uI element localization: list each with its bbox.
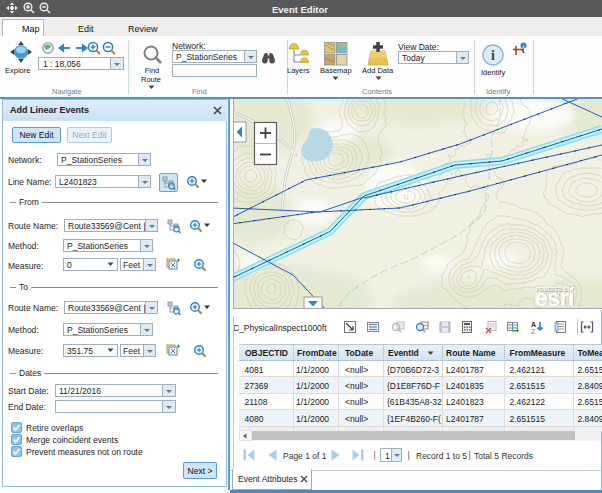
svg-text:i: i: [491, 48, 495, 63]
svg-text:A: A: [531, 321, 536, 328]
svg-text:Z: Z: [531, 328, 536, 335]
svg-text:esri: esri: [535, 284, 574, 310]
